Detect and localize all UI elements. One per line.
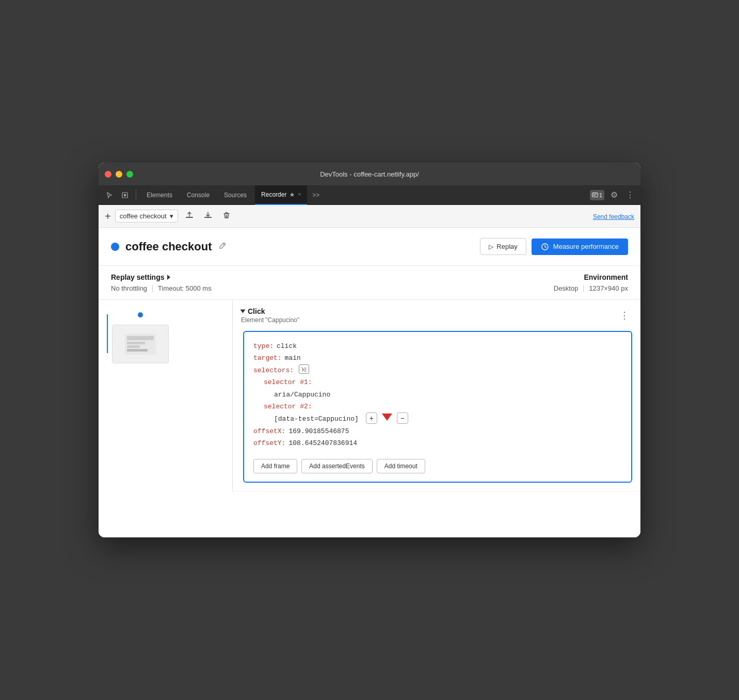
- tab-recorder-label: Recorder: [261, 191, 286, 198]
- remove-selector-btn[interactable]: −: [397, 412, 408, 424]
- step-type-label: Click: [248, 307, 265, 315]
- toolbar: + coffee checkout ▾ Send feedback: [99, 205, 640, 228]
- tab-console-label: Console: [187, 192, 210, 199]
- timeout-value: Timeout: 5000 ms: [158, 284, 212, 292]
- recording-title: coffee checkout: [125, 240, 212, 253]
- replay-settings-toggle[interactable]: Replay settings: [111, 273, 212, 281]
- titlebar: DevTools - coffee-cart.netlify.app/: [99, 163, 640, 185]
- devtools-settings-btn[interactable]: ⚙: [608, 188, 620, 202]
- add-frame-btn[interactable]: Add frame: [253, 459, 297, 473]
- add-selector-btn[interactable]: +: [366, 412, 377, 424]
- type-value: click: [277, 340, 297, 352]
- close-button[interactable]: [105, 171, 111, 178]
- offsetY-value: 108.6452407836914: [288, 437, 357, 449]
- collapse-icon[interactable]: [240, 310, 246, 313]
- env-size: 1237×940 px: [589, 284, 628, 292]
- target-key: target:: [253, 352, 282, 364]
- header-actions: ▷ Replay Measure performance: [480, 238, 628, 255]
- tab-overflow-btn[interactable]: >>: [309, 192, 323, 199]
- minimize-button[interactable]: [116, 171, 122, 178]
- env-details-divider: [583, 285, 584, 292]
- code-line-selector2: selector #2:: [253, 401, 622, 412]
- recorder-pin-icon: [290, 192, 295, 197]
- env-type: Desktop: [554, 284, 579, 292]
- window-title: DevTools - coffee-cart.netlify.app/: [320, 170, 419, 178]
- chevron-down-icon: ▾: [170, 212, 173, 220]
- selector2-value: [data-test=Cappucino]: [274, 413, 359, 425]
- replay-btn[interactable]: ▷ Replay: [480, 238, 526, 255]
- tab-close-icon[interactable]: ×: [298, 192, 301, 197]
- code-line-type: type: click: [253, 340, 622, 352]
- code-line-offsetY: offsetY: 108.6452407836914: [253, 437, 622, 449]
- settings-right: Environment Desktop 1237×940 px: [554, 273, 628, 292]
- settings-details-divider: [152, 285, 153, 292]
- replay-label: Replay: [496, 243, 517, 250]
- selector1-key: selector #1:: [264, 376, 312, 388]
- cursor-icon-btn[interactable]: [103, 189, 116, 201]
- tab-elements[interactable]: Elements: [140, 185, 179, 205]
- add-recording-btn[interactable]: +: [105, 211, 111, 221]
- svg-rect-11: [127, 342, 145, 344]
- import-btn[interactable]: [201, 209, 215, 224]
- pencil-icon: [218, 242, 227, 250]
- thumbnail-preview: [125, 334, 156, 355]
- recording-header: coffee checkout ▷ Replay Measure p: [99, 228, 640, 266]
- chat-badge-btn[interactable]: 1: [590, 190, 604, 200]
- arrow-down-indicator: [382, 413, 392, 421]
- steps-sidebar: [99, 300, 233, 491]
- code-actions: Add frame Add assertedEvents Add timeout: [253, 457, 622, 473]
- edit-title-btn[interactable]: [218, 242, 227, 252]
- delete-btn[interactable]: [219, 209, 234, 224]
- cursor-icon: [106, 192, 113, 199]
- offsetY-key: offsetY:: [253, 437, 285, 449]
- step-sidebar-connector: [107, 314, 108, 353]
- code-line-offsetX: offsetX: 169.90185546875: [253, 425, 622, 437]
- play-icon: ▷: [489, 243, 493, 250]
- inspect-icon-btn[interactable]: [118, 189, 132, 201]
- settings-bar: Replay settings No throttling Timeout: 5…: [99, 266, 640, 300]
- devtools-window: DevTools - coffee-cart.netlify.app/ Elem…: [99, 163, 640, 537]
- selector1-value: aria/Cappucino: [274, 389, 330, 401]
- svg-rect-6: [204, 217, 212, 218]
- svg-rect-12: [127, 345, 140, 348]
- target-value: main: [285, 352, 301, 364]
- tab-sources-label: Sources: [224, 192, 247, 199]
- export-btn[interactable]: [182, 209, 197, 224]
- step-header: Click Element "Cappucino" ⋮: [233, 300, 640, 331]
- maximize-button[interactable]: [126, 171, 133, 178]
- steps-panel: Click Element "Cappucino" ⋮ type: click: [99, 300, 640, 491]
- step-sidebar-dot: [138, 312, 143, 317]
- code-line-selector1-value: aria/Cappucino: [253, 389, 622, 401]
- traffic-lights: [105, 171, 133, 178]
- add-timeout-btn[interactable]: Add timeout: [377, 459, 425, 473]
- add-asserted-events-btn[interactable]: Add assertedEvents: [301, 459, 372, 473]
- tab-recorder[interactable]: Recorder ×: [255, 185, 307, 205]
- measure-performance-btn[interactable]: Measure performance: [532, 238, 628, 255]
- step-menu-btn[interactable]: ⋮: [617, 309, 632, 322]
- chat-icon: [592, 193, 598, 198]
- chat-badge-count: 1: [599, 192, 602, 198]
- settings-details: No throttling Timeout: 5000 ms: [111, 284, 212, 292]
- replay-settings-label: Replay settings: [111, 273, 164, 281]
- svg-rect-10: [127, 336, 154, 340]
- tab-sources[interactable]: Sources: [218, 185, 253, 205]
- selector2-key: selector #2:: [264, 401, 312, 412]
- tab-console[interactable]: Console: [181, 185, 216, 205]
- toolbar-right: Send feedback: [593, 212, 634, 221]
- settings-chevron-icon: [167, 275, 170, 280]
- svg-rect-13: [127, 349, 148, 352]
- import-icon: [204, 211, 212, 219]
- settings-left: Replay settings No throttling Timeout: 5…: [111, 273, 212, 292]
- selector-action-btns: + −: [366, 412, 408, 424]
- delete-icon: [222, 211, 231, 219]
- code-line-target: target: main: [253, 352, 622, 364]
- send-feedback-btn[interactable]: Send feedback: [593, 213, 634, 220]
- env-details: Desktop 1237×940 px: [554, 284, 628, 292]
- inspect-icon: [121, 192, 128, 199]
- devtools-more-btn[interactable]: ⋮: [624, 188, 636, 202]
- svg-line-7: [223, 244, 224, 245]
- steps-main: Click Element "Cappucino" ⋮ type: click: [233, 300, 640, 491]
- recording-select[interactable]: coffee checkout ▾: [115, 210, 178, 222]
- selector-type-icon: [299, 364, 309, 374]
- type-key: type:: [253, 340, 274, 352]
